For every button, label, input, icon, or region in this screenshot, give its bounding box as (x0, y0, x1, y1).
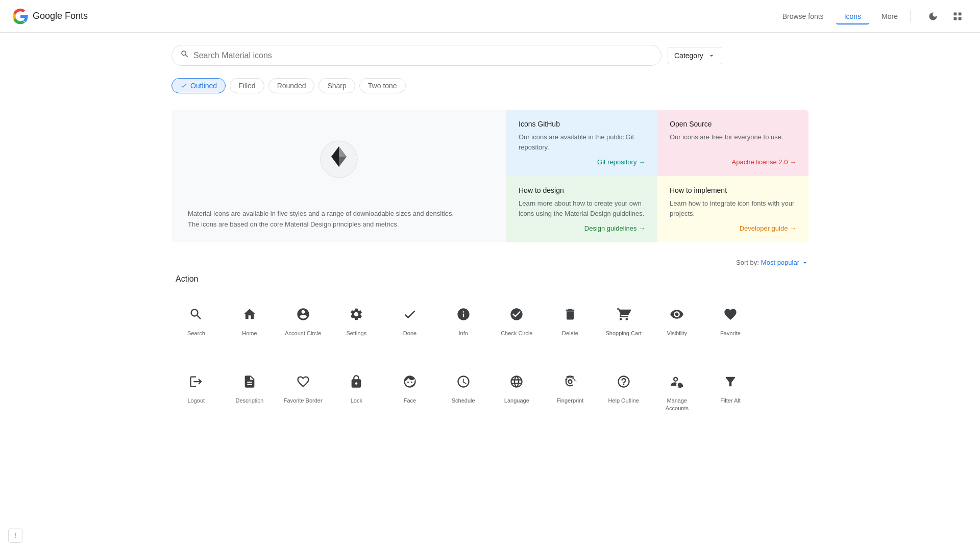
face-icon (400, 371, 420, 392)
icon-item-info[interactable]: Info (438, 296, 488, 343)
icon-label-visibility: Visibility (667, 330, 688, 337)
header-nav: Browse fonts Icons More (774, 8, 906, 24)
search-icon (180, 49, 189, 61)
icon-label-favorite-border: Favorite Border (284, 397, 323, 404)
card-github-link[interactable]: Git repository → (519, 158, 645, 166)
banner-right: Icons GitHub Our icons are available in … (506, 110, 808, 242)
visibility-icon (667, 304, 687, 324)
check-circle-icon (506, 304, 527, 324)
sort-label: Sort by: (736, 259, 759, 266)
delete-icon (560, 304, 580, 324)
logo[interactable]: Google Fonts (12, 8, 88, 24)
icon-item-manage-accounts[interactable]: Manage Accounts (652, 363, 702, 418)
banner-cards-bottom: How to design Learn more about how to cr… (506, 176, 808, 242)
icon-item-account-circle[interactable]: Account Circle (278, 296, 328, 343)
icon-item-logout[interactable]: Logout (172, 363, 221, 418)
icon-item-favorite[interactable]: Favorite (706, 296, 755, 343)
chevron-down-icon (707, 52, 716, 60)
info-icon (453, 304, 474, 324)
card-design-desc: Learn more about how to create your own … (519, 198, 645, 218)
category-dropdown[interactable]: Category (668, 47, 722, 64)
card-github-desc: Our icons are available in the public Gi… (519, 132, 645, 152)
tab-rounded[interactable]: Rounded (268, 78, 315, 93)
sort-chevron-icon (801, 259, 808, 266)
icon-item-help-outline[interactable]: Help Outline (599, 363, 648, 418)
icon-item-language[interactable]: Language (492, 363, 542, 418)
icon-label-description: Description (235, 397, 263, 404)
banner-card-opensource: Open Source Our icons are free for every… (657, 110, 808, 176)
icon-label-home: Home (242, 330, 257, 337)
icon-label-account-circle: Account Circle (285, 330, 321, 337)
category-label: Category (674, 52, 703, 60)
icon-label-fingerprint: Fingerprint (557, 397, 584, 404)
main-content: Category Outlined Filled Rounded Sharp T… (163, 33, 817, 450)
icon-label-help-outline: Help Outline (608, 397, 639, 404)
icon-item-filter-alt[interactable]: Filter Alt (706, 363, 755, 418)
icon-item-done[interactable]: Done (385, 296, 435, 343)
banner-card-implement: How to implement Learn how to integrate … (657, 176, 808, 242)
banner-card-design: How to design Learn more about how to cr… (506, 176, 657, 242)
sort-dropdown[interactable]: Most popular (761, 259, 808, 266)
icon-item-fingerprint[interactable]: Fingerprint (546, 363, 595, 418)
search-bar (172, 45, 662, 66)
description-icon (239, 371, 260, 392)
tab-filled[interactable]: Filled (230, 78, 264, 93)
card-design-link[interactable]: Design guidelines → (519, 224, 645, 232)
icon-label-schedule: Schedule (452, 397, 475, 404)
nav-more[interactable]: More (873, 8, 906, 24)
grid-view-button[interactable] (947, 6, 968, 27)
settings-icon (346, 304, 366, 324)
nav-browse-fonts[interactable]: Browse fonts (774, 8, 832, 24)
icon-item-face[interactable]: Face (385, 363, 435, 418)
icon-item-schedule[interactable]: Schedule (438, 363, 488, 418)
header-divider (910, 10, 911, 22)
material-logo-icon (318, 139, 359, 180)
done-icon (400, 304, 420, 324)
search-input[interactable] (193, 51, 653, 60)
info-banner: Material Icons are available in five sty… (172, 110, 808, 242)
icon-label-shopping-cart: Shopping Cart (605, 330, 641, 337)
language-icon (506, 371, 527, 392)
favorite-border-icon (293, 371, 313, 392)
brightness-icon (928, 11, 938, 21)
home-icon (239, 304, 260, 324)
banner-description: Material Icons are available in five sty… (188, 209, 490, 230)
icon-item-check-circle[interactable]: Check Circle (492, 296, 542, 343)
card-opensource-link[interactable]: Apache license 2.0 → (670, 158, 796, 166)
icon-label-filter-alt: Filter Alt (720, 397, 741, 404)
card-opensource-desc: Our icons are free for everyone to use. (670, 132, 796, 142)
card-implement-link[interactable]: Developer guide → (670, 224, 796, 232)
tab-outlined[interactable]: Outlined (172, 78, 226, 93)
icon-item-delete[interactable]: Delete (546, 296, 595, 343)
tab-two-tone[interactable]: Two tone (359, 78, 406, 93)
logo-text: Google Fonts (33, 11, 88, 21)
icon-label-lock: Lock (351, 397, 362, 404)
theme-toggle-button[interactable] (923, 6, 943, 27)
header-icon-actions (923, 6, 968, 27)
icon-grid-row2: Logout Description Favorite Border Lock (172, 363, 808, 418)
icon-item-lock[interactable]: Lock (332, 363, 381, 418)
google-logo-icon (12, 8, 29, 24)
sort-value: Most popular (761, 259, 799, 266)
icon-item-home[interactable]: Home (225, 296, 275, 343)
filter-alt-icon (720, 371, 741, 392)
nav-icons[interactable]: Icons (836, 8, 869, 24)
banner-card-github: Icons GitHub Our icons are available in … (506, 110, 657, 176)
icon-item-visibility[interactable]: Visibility (652, 296, 702, 343)
icon-item-shopping-cart[interactable]: Shopping Cart (599, 296, 648, 343)
help-outline-icon (614, 371, 634, 392)
icon-item-settings[interactable]: Settings (332, 296, 381, 343)
style-tabs: Outlined Filled Rounded Sharp Two tone (172, 78, 808, 93)
banner-logo-area (188, 122, 490, 196)
icon-label-settings: Settings (346, 330, 366, 337)
icon-label-search: Search (187, 330, 205, 337)
icon-label-done: Done (403, 330, 416, 337)
icon-item-description[interactable]: Description (225, 363, 275, 418)
check-icon (180, 82, 187, 89)
card-github-title: Icons GitHub (519, 120, 645, 128)
icon-item-search[interactable]: Search (172, 296, 221, 343)
card-design-title: How to design (519, 186, 645, 194)
tab-sharp[interactable]: Sharp (318, 78, 355, 93)
schedule-icon (453, 371, 474, 392)
icon-item-favorite-border[interactable]: Favorite Border (278, 363, 328, 418)
